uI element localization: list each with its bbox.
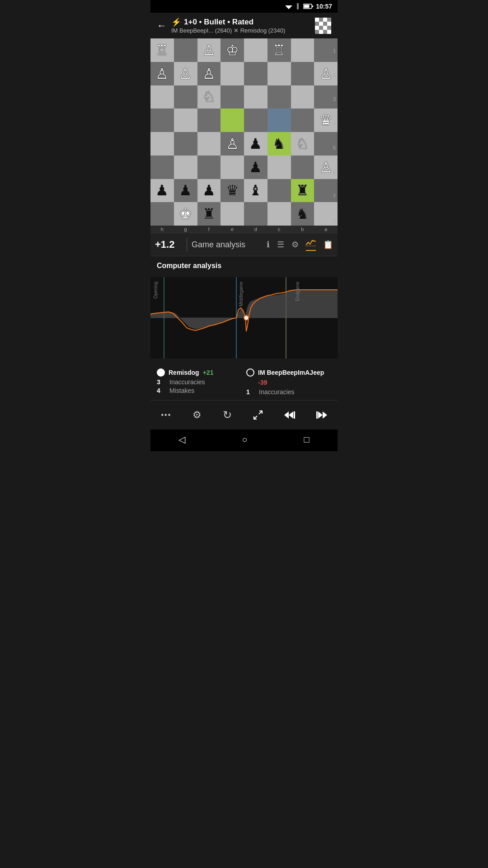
board-cell-f8[interactable]: ♜ bbox=[197, 202, 221, 226]
board-cell-d1[interactable] bbox=[244, 38, 267, 62]
board-cell-g6[interactable] bbox=[174, 156, 197, 179]
board-cell-f4[interactable] bbox=[197, 108, 221, 132]
header: ← ⚡ 1+0 • Bullet • Rated IM BeepBeepI...… bbox=[150, 13, 338, 38]
board-cell-f1[interactable]: ♙ bbox=[197, 38, 221, 62]
back-nav-button[interactable]: ◁ bbox=[178, 434, 185, 445]
battery-icon bbox=[303, 4, 313, 9]
board-cell-d6[interactable]: ♟ bbox=[244, 156, 267, 179]
board-cell-e8[interactable] bbox=[221, 202, 244, 226]
board-cell-e5[interactable]: ♙ bbox=[221, 132, 244, 156]
board-cell-b4[interactable] bbox=[291, 108, 314, 132]
recents-nav-button[interactable]: □ bbox=[304, 434, 309, 445]
signal-icon bbox=[295, 3, 301, 9]
white-player-score: +21 bbox=[203, 369, 214, 376]
divider bbox=[187, 238, 187, 251]
board-cell-b6[interactable] bbox=[291, 156, 314, 179]
black-player-score: -39 bbox=[258, 379, 267, 386]
svg-rect-12 bbox=[323, 26, 327, 30]
board-cell-g8[interactable]: ♚ bbox=[174, 202, 197, 226]
board-cell-d4[interactable] bbox=[244, 108, 267, 132]
board-cell-c5[interactable]: ♞ bbox=[267, 132, 291, 156]
piece-b7: ♜ bbox=[296, 183, 309, 198]
analysis-bar: +1.2 Game analysis ℹ ☰ ⚙ 📋 bbox=[150, 233, 338, 256]
board-cell-h8[interactable] bbox=[150, 202, 174, 226]
board-cell-b8[interactable]: ♞ bbox=[291, 202, 314, 226]
board-cell-h4[interactable] bbox=[150, 108, 174, 132]
black-inaccuracies-row: 1 Inaccuracies bbox=[246, 388, 331, 396]
analysis-chart[interactable]: Opening Middlegame Endgame bbox=[150, 277, 338, 359]
info-icon[interactable]: ℹ bbox=[267, 240, 270, 250]
players-stats: Remisdog +21 3 Inaccuracies 4 Mistakes I… bbox=[150, 364, 338, 400]
board-cell-f5[interactable] bbox=[197, 132, 221, 156]
svg-rect-13 bbox=[319, 30, 323, 34]
board-cell-c1[interactable]: ♖ bbox=[267, 38, 291, 62]
board-cell-h3[interactable] bbox=[150, 85, 174, 109]
file-labels: h g f e d c b a bbox=[150, 226, 338, 233]
board-cell-c3[interactable] bbox=[267, 85, 291, 109]
board-cell-b3[interactable] bbox=[291, 85, 314, 109]
board-cell-g7[interactable]: ♟ bbox=[174, 179, 197, 203]
chart-icon[interactable] bbox=[306, 239, 316, 251]
more-button[interactable]: ••• bbox=[158, 408, 174, 422]
analysis-section: Computer analysis bbox=[150, 256, 338, 277]
board-cell-e4[interactable] bbox=[221, 108, 244, 132]
board-cell-h2[interactable]: ♙ bbox=[150, 62, 174, 85]
list-icon[interactable]: ☰ bbox=[277, 240, 284, 250]
board-cell-d8[interactable] bbox=[244, 202, 267, 226]
board-cell-g3[interactable] bbox=[174, 85, 197, 109]
back-button[interactable]: ← bbox=[157, 20, 167, 32]
board-cell-d5[interactable]: ♟ bbox=[244, 132, 267, 156]
prev-button[interactable] bbox=[282, 408, 298, 422]
board-cell-b5[interactable]: ♘ bbox=[291, 132, 314, 156]
board-cell-g4[interactable] bbox=[174, 108, 197, 132]
board-cell-h6[interactable] bbox=[150, 156, 174, 179]
board-cell-c2[interactable] bbox=[267, 62, 291, 85]
board-cell-h1[interactable]: ♖ bbox=[150, 38, 174, 62]
board-cell-h7[interactable]: ♟ bbox=[150, 179, 174, 203]
board-cell-e3[interactable] bbox=[221, 85, 244, 109]
piece-e1: ♔ bbox=[226, 43, 239, 57]
board-cell-f7[interactable]: ♟ bbox=[197, 179, 221, 203]
flip-button[interactable]: ↻ bbox=[220, 406, 235, 424]
settings-button[interactable]: ⚙ bbox=[190, 406, 204, 424]
board-cell-g1[interactable] bbox=[174, 38, 197, 62]
svg-line-22 bbox=[254, 416, 257, 419]
chess-board[interactable]: ♖♙♔♖♙♙♙♙♘♛♙♟♞♘♟♙♟♟♟♛♝♜♚♜♞ bbox=[150, 38, 338, 226]
board-cell-f6[interactable] bbox=[197, 156, 221, 179]
piece-h1: ♖ bbox=[155, 43, 169, 57]
board-cell-h5[interactable] bbox=[150, 132, 174, 156]
game-title: ⚡ 1+0 • Bullet • Rated bbox=[171, 17, 285, 27]
board-cell-f2[interactable]: ♙ bbox=[197, 62, 221, 85]
board-cell-c6[interactable] bbox=[267, 156, 291, 179]
board-cell-e2[interactable] bbox=[221, 62, 244, 85]
board-cell-f3[interactable]: ♘ bbox=[197, 85, 221, 109]
board-cell-d3[interactable] bbox=[244, 85, 267, 109]
status-bar: 10:57 bbox=[150, 0, 338, 13]
board-cell-g5[interactable] bbox=[174, 132, 197, 156]
bottom-toolbar: ••• ⚙ ↻ bbox=[150, 400, 338, 429]
board-cell-e6[interactable] bbox=[221, 156, 244, 179]
board-cell-d7[interactable]: ♝ bbox=[244, 179, 267, 203]
svg-rect-11 bbox=[315, 26, 319, 30]
home-nav-button[interactable]: ○ bbox=[242, 434, 247, 445]
board-cell-c8[interactable] bbox=[267, 202, 291, 226]
board-cell-c4[interactable] bbox=[267, 108, 291, 132]
board-cell-c7[interactable] bbox=[267, 179, 291, 203]
book-icon[interactable]: 📋 bbox=[323, 240, 333, 250]
board-cell-b1[interactable] bbox=[291, 38, 314, 62]
board-cell-d2[interactable] bbox=[244, 62, 267, 85]
board-thumbnail-icon[interactable] bbox=[315, 18, 331, 34]
bolt-icon: ⚡ bbox=[171, 17, 181, 27]
fullscreen-button[interactable] bbox=[250, 407, 266, 423]
endgame-label: Endgame bbox=[295, 282, 300, 301]
next-icon bbox=[316, 410, 327, 420]
board-cell-e7[interactable]: ♛ bbox=[221, 179, 244, 203]
board-cell-g2[interactable]: ♙ bbox=[174, 62, 197, 85]
chess-board-container[interactable]: 1 2 3 4 5 6 7 8 ♖♙♔♖♙♙♙♙♘♛♙♟♞♘♟♙♟♟♟♛♝♜♚♜… bbox=[150, 38, 338, 233]
svg-rect-10 bbox=[327, 22, 331, 26]
board-cell-b7[interactable]: ♜ bbox=[291, 179, 314, 203]
board-cell-b2[interactable] bbox=[291, 62, 314, 85]
gear-analysis-icon[interactable]: ⚙ bbox=[291, 240, 299, 250]
board-cell-e1[interactable]: ♔ bbox=[221, 38, 244, 62]
next-button[interactable] bbox=[314, 408, 330, 422]
